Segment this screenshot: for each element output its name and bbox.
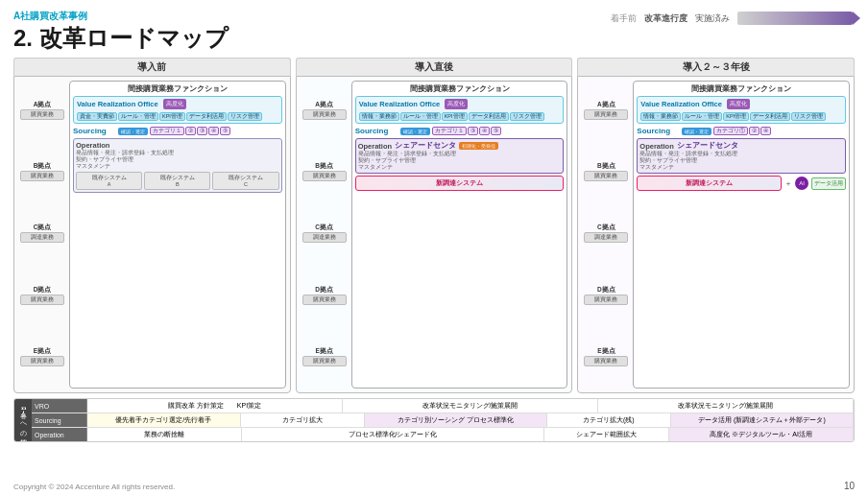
cat-2: ② <box>185 127 196 135</box>
future-loc-d: D拠点 購買業務 <box>582 286 630 305</box>
future-sys-row: 新調達システム ＋ AI データ活用 <box>637 176 846 191</box>
loc-d-dept: 購買業務 <box>20 295 64 305</box>
loc-b: B拠点 購買業務 <box>18 162 66 181</box>
before-locations: A拠点 購買業務 B拠点 購買業務 C拠点 調達業務 D拠点 購買業務 <box>18 81 66 389</box>
before-indirect-label: 間接購買業務ファンクション <box>73 84 282 94</box>
future-vro-chip-3: KPI管理 <box>723 112 749 121</box>
after-indirect-label: 間接購買業務ファンクション <box>355 84 565 94</box>
loc-d: D拠点 購買業務 <box>18 286 66 305</box>
after-vro-chip-4: データ利活用 <box>469 112 509 121</box>
after-op-area: Operation シェアードセンタ 初期化・受発信 発品情報・発注・請求登録・… <box>355 138 565 174</box>
cat-label: カテゴリ１ <box>150 127 184 135</box>
future-func-frame: 間接購買業務ファンクション Value Realization Office 高… <box>633 81 850 389</box>
future-sourcing-name: Sourcing <box>637 127 680 135</box>
loc-c: C拠点 調達業務 <box>18 224 66 243</box>
role-sourcing: Sourcing <box>32 413 87 427</box>
future-new-sys: 新調達システム <box>637 176 782 191</box>
after-sourcing-name: Sourcing <box>355 127 398 135</box>
col-future-body: A拠点 購買業務 B拠点 購買業務 C拠点 調達業務 D拠点 購買業務 <box>577 76 855 393</box>
before-func-area: 間接購買業務ファンクション Value Realization Office 高… <box>69 81 286 389</box>
before-vro-row: Value Realization Office 高度化 資金・実費節 ルール・… <box>73 96 282 124</box>
future-loc-c: C拠点 調達業務 <box>582 224 630 243</box>
sys-c: 既存システムC <box>212 172 278 190</box>
after-vro-row: Value Realization Office 高度化 情報・業務節 ルール・… <box>355 96 565 124</box>
after-func-area: 間接購買業務ファンクション Value Realization Office 高… <box>351 81 568 389</box>
table-content: VRO 購買改革 方針策定 KPI策定 改革状況モニタリング/施策展開 改革状況… <box>32 399 854 441</box>
future-cat-2: ② <box>749 127 760 135</box>
vro-chip-4: データ利活用 <box>186 112 227 121</box>
future-op-name: Operation <box>639 142 673 151</box>
sourcing-col3-left: カテゴリ拡大(残) <box>547 413 671 427</box>
loc-c-title: C拠点 <box>34 224 52 232</box>
col-before-header: 導入前 <box>13 58 291 76</box>
after-op-badge: 初期化・受発信 <box>459 142 498 150</box>
col-after-body: A拠点 購買業務 B拠点 購買業務 C拠点 調達業務 D拠点 購買業務 <box>296 76 573 393</box>
future-vro-row: Value Realization Office 高度化 情報・業務節 ルール・… <box>637 96 846 124</box>
after-op-desc1: 発品情報・発注・請求登録・支払処理 <box>358 151 562 157</box>
after-loc-b: B拠点 購買業務 <box>301 162 349 181</box>
future-loc-a: A拠点 購買業務 <box>582 101 630 120</box>
after-shared-label: シェアードセンタ <box>395 141 456 151</box>
after-vro-chip-3: KPI管理 <box>442 112 468 121</box>
after-sourcing-row: Sourcing 確認・選定 カテゴリ１ ③ ④ ⑤ <box>355 126 565 136</box>
cat-4: ④ <box>208 127 219 135</box>
legend-end-label: 実施済み <box>695 12 730 25</box>
sourcing-col2-left: カテゴリ拡大 <box>241 413 365 427</box>
legend-title: 改革進行度 <box>644 12 687 25</box>
after-loc-a: A拠点 購買業務 <box>301 101 349 120</box>
after-loc-d: D拠点 購買業務 <box>301 286 349 305</box>
after-cat-5: ⑤ <box>491 127 501 135</box>
future-vro-badge: 高度化 <box>727 99 750 109</box>
main-columns: 導入前 A拠点 購買業務 B拠点 購買業務 C拠点 調達業務 <box>13 58 855 393</box>
table-row-operation: Operation 業務の断捨離 プロセス標準化/シェアード化 シェアード範囲拡… <box>32 428 854 441</box>
future-vro-chip-2: ルール・管理 <box>682 112 722 121</box>
side-label-text: 各ﾛｰﾙへの期待 <box>18 407 28 434</box>
ai-badge: AI <box>795 177 808 190</box>
role-vro: VRO <box>32 399 87 412</box>
loc-e-dept: 購買業務 <box>20 356 64 366</box>
page-title: 2. 改革ロードマップ <box>13 23 855 54</box>
after-vro-chip-5: リスク管理 <box>510 112 544 121</box>
after-cat-label: カテゴリ１ <box>432 127 467 135</box>
after-op-desc3: マスタメンテ <box>358 164 562 171</box>
before-func-frame: 間接購買業務ファンクション Value Realization Office 高… <box>69 81 286 389</box>
col-future: 導入２～３年後 A拠点 購買業務 B拠点 購買業務 C拠点 調達業務 <box>577 58 855 393</box>
table-wrapper: 各ﾛｰﾙへの期待 VRO 購買改革 方針策定 KPI策定 改革状況モニタリング/… <box>14 399 854 441</box>
after-vro-badge: 高度化 <box>445 99 468 109</box>
before-op-area: Operation 発品情報・発注・請求登録・支払処理 契約・サプライヤ管理 マ… <box>73 138 282 193</box>
future-vro-chip-4: データ利活用 <box>750 112 790 121</box>
future-op-area: Operation シェアードセンタ 発品情報・発注・請求登録・支払処理 契約・… <box>637 138 846 174</box>
sys-b: 既存システムB <box>144 172 210 190</box>
before-vro-badge: 高度化 <box>163 99 186 109</box>
before-op-desc1: 発品情報・発注・請求登録・支払処理 <box>76 150 279 156</box>
cat-5: ⑤ <box>220 127 230 135</box>
before-op-name: Operation <box>76 141 279 150</box>
data-badge: データ活用 <box>811 177 846 190</box>
loc-a: A拠点 購買業務 <box>18 101 66 120</box>
future-loc-b: B拠点 購買業務 <box>582 162 630 181</box>
future-func-area: 間接購買業務ファンクション Value Realization Office 高… <box>633 81 850 389</box>
before-op-desc2: 契約・サプライヤ管理 <box>76 156 279 163</box>
loc-c-dept: 調達業務 <box>20 232 64 243</box>
future-op-desc2: 契約・サプライヤ管理 <box>639 157 843 164</box>
role-operation: Operation <box>32 428 87 441</box>
op-col3-left: シェアード範囲拡大 <box>544 428 669 441</box>
after-cat-4: ④ <box>479 127 490 135</box>
after-cat-chips: カテゴリ１ ③ ④ ⑤ <box>432 127 501 135</box>
future-op-desc1: 発品情報・発注・請求登録・支払処理 <box>639 151 843 157</box>
vro-col3: 改革状況モニタリング/施策展開 <box>598 399 854 412</box>
future-indirect-label: 間接購買業務ファンクション <box>637 84 846 94</box>
after-op-name: Operation <box>358 142 392 151</box>
future-vro-name: Value Realization Office <box>640 100 722 108</box>
before-sys-area: 既存システムA 既存システムB 既存システムC <box>76 172 279 190</box>
col-after: 導入直後 A拠点 購買業務 B拠点 購買業務 C拠点 調達業務 <box>296 58 573 393</box>
future-cat-chips: カテゴリ① ② ④ <box>713 127 771 135</box>
col-before-body: A拠点 購買業務 B拠点 購買業務 C拠点 調達業務 D拠点 購買業務 <box>13 76 291 393</box>
loc-a-dept: 購買業務 <box>20 109 64 120</box>
loc-a-title: A拠点 <box>34 101 52 109</box>
after-new-sys: 新調達システム <box>355 176 565 191</box>
after-loc-c: C拠点 調達業務 <box>301 224 349 243</box>
future-locations: A拠点 購買業務 B拠点 購買業務 C拠点 調達業務 D拠点 購買業務 <box>582 81 630 389</box>
before-vro-name: Value Realization Office <box>77 100 158 108</box>
after-op-desc2: 契約・サプライヤ管理 <box>358 157 562 164</box>
